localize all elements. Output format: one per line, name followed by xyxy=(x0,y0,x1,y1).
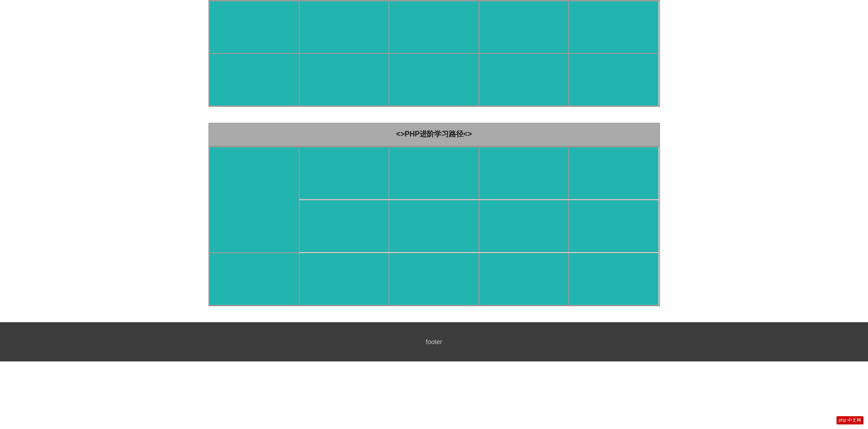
advanced-grid-cell[interactable] xyxy=(479,200,569,252)
advanced-grid-cell[interactable] xyxy=(479,147,569,199)
advanced-grid-cell[interactable] xyxy=(569,200,659,252)
advanced-grid xyxy=(208,146,660,306)
advanced-grid-cell[interactable] xyxy=(209,253,299,305)
advanced-grid-cell[interactable] xyxy=(389,253,479,305)
grid-cell[interactable] xyxy=(479,1,569,53)
advanced-grid-cell[interactable] xyxy=(299,253,389,305)
grid-cell[interactable] xyxy=(299,1,389,53)
advanced-grid-cell[interactable] xyxy=(569,147,659,199)
top-grid xyxy=(208,0,660,107)
advanced-grid-cell[interactable] xyxy=(479,253,569,305)
grid-cell[interactable] xyxy=(389,53,479,106)
php-badge: php 中文网 xyxy=(837,416,863,424)
advanced-grid-cell-large[interactable] xyxy=(209,147,299,253)
advanced-section: <>PHP进阶学习路径<> xyxy=(208,123,660,306)
footer: footer xyxy=(0,322,868,361)
grid-cell[interactable] xyxy=(299,53,389,106)
grid-cell[interactable] xyxy=(209,1,299,53)
advanced-grid-cell[interactable] xyxy=(299,147,389,199)
top-grid-section xyxy=(208,0,660,107)
php-badge-label: php 中文网 xyxy=(839,418,861,423)
footer-label: footer xyxy=(426,338,442,345)
advanced-grid-cell[interactable] xyxy=(389,147,479,199)
grid-cell[interactable] xyxy=(389,1,479,53)
advanced-grid-cell[interactable] xyxy=(299,200,389,252)
main-wrapper: <>PHP进阶学习路径<> footer xyxy=(0,0,868,361)
advanced-grid-cell[interactable] xyxy=(389,200,479,252)
advanced-section-header: <>PHP进阶学习路径<> xyxy=(208,123,660,146)
grid-cell[interactable] xyxy=(209,53,299,106)
grid-cell[interactable] xyxy=(479,53,569,106)
grid-cell[interactable] xyxy=(569,1,659,53)
grid-cell[interactable] xyxy=(569,53,659,106)
advanced-section-title: <>PHP进阶学习路径<> xyxy=(396,130,472,138)
advanced-grid-cell[interactable] xyxy=(569,253,659,305)
